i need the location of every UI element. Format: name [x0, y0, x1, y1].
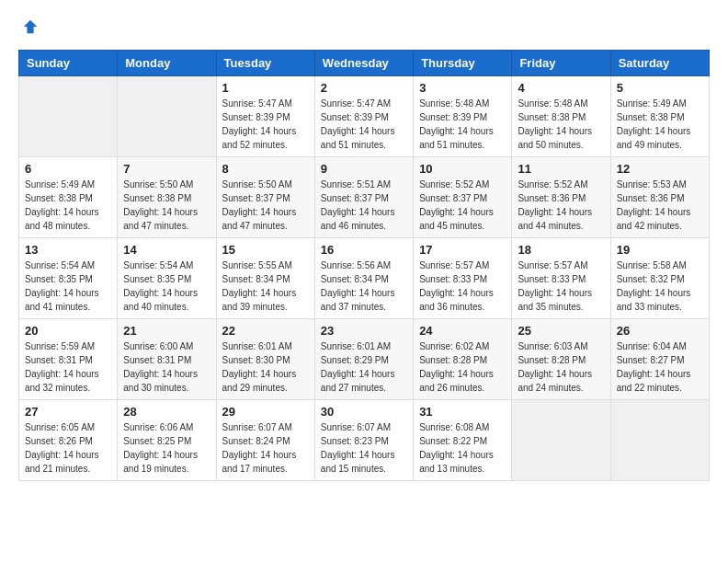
- day-info: Sunrise: 5:53 AMSunset: 8:36 PMDaylight:…: [617, 178, 703, 233]
- calendar-cell: 16Sunrise: 5:56 AMSunset: 8:34 PMDayligh…: [314, 238, 413, 319]
- calendar-cell: 11Sunrise: 5:52 AMSunset: 8:36 PMDayligh…: [512, 157, 610, 238]
- calendar-cell: 7Sunrise: 5:50 AMSunset: 8:38 PMDaylight…: [118, 157, 216, 238]
- calendar-cell: 15Sunrise: 5:55 AMSunset: 8:34 PMDayligh…: [216, 238, 314, 319]
- logo: [18, 18, 39, 35]
- calendar-cell: [512, 400, 610, 481]
- day-number: 27: [25, 405, 111, 419]
- day-number: 22: [222, 324, 309, 338]
- calendar-cell: 13Sunrise: 5:54 AMSunset: 8:35 PMDayligh…: [19, 238, 118, 319]
- day-info: Sunrise: 6:02 AMSunset: 8:28 PMDaylight:…: [419, 339, 506, 395]
- day-number: 31: [419, 405, 506, 419]
- weekday-header-friday: Friday: [512, 51, 610, 76]
- day-number: 28: [123, 405, 210, 419]
- calendar-cell: 14Sunrise: 5:54 AMSunset: 8:35 PMDayligh…: [118, 238, 216, 319]
- day-info: Sunrise: 5:54 AMSunset: 8:35 PMDaylight:…: [123, 259, 210, 314]
- calendar-cell: 12Sunrise: 5:53 AMSunset: 8:36 PMDayligh…: [610, 157, 709, 238]
- day-number: 4: [518, 81, 604, 95]
- day-info: Sunrise: 6:08 AMSunset: 8:22 PMDaylight:…: [419, 420, 506, 476]
- day-number: 19: [617, 243, 703, 257]
- calendar-cell: [610, 400, 709, 481]
- calendar-cell: 21Sunrise: 6:00 AMSunset: 8:31 PMDayligh…: [118, 319, 216, 400]
- day-number: 21: [123, 324, 210, 338]
- calendar-cell: 24Sunrise: 6:02 AMSunset: 8:28 PMDayligh…: [414, 319, 512, 400]
- day-number: 6: [25, 162, 111, 176]
- weekday-header-thursday: Thursday: [414, 51, 512, 76]
- calendar-cell: 9Sunrise: 5:51 AMSunset: 8:37 PMDaylight…: [314, 157, 413, 238]
- day-number: 29: [222, 405, 309, 419]
- logo-icon: [22, 18, 39, 35]
- day-number: 23: [321, 324, 407, 338]
- day-info: Sunrise: 6:05 AMSunset: 8:26 PMDaylight:…: [25, 420, 111, 476]
- day-number: 10: [419, 162, 506, 176]
- day-number: 9: [321, 162, 407, 176]
- calendar-week-3: 13Sunrise: 5:54 AMSunset: 8:35 PMDayligh…: [19, 238, 710, 319]
- weekday-header-wednesday: Wednesday: [314, 51, 413, 76]
- calendar-cell: 10Sunrise: 5:52 AMSunset: 8:37 PMDayligh…: [414, 157, 512, 238]
- day-number: 30: [321, 405, 407, 419]
- day-info: Sunrise: 5:54 AMSunset: 8:35 PMDaylight:…: [25, 259, 111, 314]
- day-info: Sunrise: 5:48 AMSunset: 8:38 PMDaylight:…: [518, 97, 604, 152]
- page-header: [18, 18, 710, 35]
- day-number: 16: [321, 243, 407, 257]
- day-number: 7: [123, 162, 210, 176]
- calendar-cell: 20Sunrise: 5:59 AMSunset: 8:31 PMDayligh…: [19, 319, 118, 400]
- calendar-cell: 1Sunrise: 5:47 AMSunset: 8:39 PMDaylight…: [216, 76, 314, 157]
- calendar-cell: 23Sunrise: 6:01 AMSunset: 8:29 PMDayligh…: [314, 319, 413, 400]
- calendar-cell: 25Sunrise: 6:03 AMSunset: 8:28 PMDayligh…: [512, 319, 610, 400]
- day-info: Sunrise: 5:49 AMSunset: 8:38 PMDaylight:…: [25, 178, 111, 233]
- day-info: Sunrise: 5:49 AMSunset: 8:38 PMDaylight:…: [617, 97, 703, 152]
- day-info: Sunrise: 5:51 AMSunset: 8:37 PMDaylight:…: [321, 178, 407, 233]
- calendar-cell: 8Sunrise: 5:50 AMSunset: 8:37 PMDaylight…: [216, 157, 314, 238]
- day-info: Sunrise: 6:04 AMSunset: 8:27 PMDaylight:…: [617, 339, 703, 395]
- day-number: 5: [617, 81, 703, 95]
- day-info: Sunrise: 5:58 AMSunset: 8:32 PMDaylight:…: [617, 259, 703, 314]
- day-number: 12: [617, 162, 703, 176]
- calendar-cell: [118, 76, 216, 157]
- weekday-header-tuesday: Tuesday: [216, 51, 314, 76]
- day-info: Sunrise: 6:01 AMSunset: 8:30 PMDaylight:…: [222, 339, 309, 395]
- day-number: 11: [518, 162, 604, 176]
- day-info: Sunrise: 5:50 AMSunset: 8:37 PMDaylight:…: [222, 178, 309, 233]
- calendar-cell: 2Sunrise: 5:47 AMSunset: 8:39 PMDaylight…: [314, 76, 413, 157]
- day-info: Sunrise: 5:47 AMSunset: 8:39 PMDaylight:…: [321, 97, 407, 152]
- day-info: Sunrise: 5:52 AMSunset: 8:37 PMDaylight:…: [419, 178, 506, 233]
- day-info: Sunrise: 5:59 AMSunset: 8:31 PMDaylight:…: [25, 339, 111, 395]
- day-number: 13: [25, 243, 111, 257]
- calendar-cell: 5Sunrise: 5:49 AMSunset: 8:38 PMDaylight…: [610, 76, 709, 157]
- calendar-cell: 19Sunrise: 5:58 AMSunset: 8:32 PMDayligh…: [610, 238, 709, 319]
- calendar-table: SundayMondayTuesdayWednesdayThursdayFrid…: [18, 50, 710, 481]
- calendar-cell: 3Sunrise: 5:48 AMSunset: 8:39 PMDaylight…: [414, 76, 512, 157]
- day-number: 8: [222, 162, 309, 176]
- day-number: 25: [518, 324, 604, 338]
- calendar-cell: 18Sunrise: 5:57 AMSunset: 8:33 PMDayligh…: [512, 238, 610, 319]
- calendar-cell: [19, 76, 118, 157]
- day-info: Sunrise: 6:07 AMSunset: 8:23 PMDaylight:…: [321, 420, 407, 476]
- day-info: Sunrise: 6:06 AMSunset: 8:25 PMDaylight:…: [123, 420, 210, 476]
- svg-marker-0: [24, 20, 37, 33]
- calendar-cell: 6Sunrise: 5:49 AMSunset: 8:38 PMDaylight…: [19, 157, 118, 238]
- calendar-cell: 31Sunrise: 6:08 AMSunset: 8:22 PMDayligh…: [414, 400, 512, 481]
- day-info: Sunrise: 6:00 AMSunset: 8:31 PMDaylight:…: [123, 339, 210, 395]
- day-number: 18: [518, 243, 604, 257]
- day-info: Sunrise: 5:56 AMSunset: 8:34 PMDaylight:…: [321, 259, 407, 314]
- calendar-cell: 30Sunrise: 6:07 AMSunset: 8:23 PMDayligh…: [314, 400, 413, 481]
- calendar-cell: 28Sunrise: 6:06 AMSunset: 8:25 PMDayligh…: [118, 400, 216, 481]
- weekday-header-row: SundayMondayTuesdayWednesdayThursdayFrid…: [19, 51, 710, 76]
- day-info: Sunrise: 6:07 AMSunset: 8:24 PMDaylight:…: [222, 420, 309, 476]
- calendar-week-1: 1Sunrise: 5:47 AMSunset: 8:39 PMDaylight…: [19, 76, 710, 157]
- weekday-header-sunday: Sunday: [19, 51, 118, 76]
- calendar-cell: 4Sunrise: 5:48 AMSunset: 8:38 PMDaylight…: [512, 76, 610, 157]
- day-number: 24: [419, 324, 506, 338]
- day-info: Sunrise: 5:57 AMSunset: 8:33 PMDaylight:…: [518, 259, 604, 314]
- day-number: 15: [222, 243, 309, 257]
- day-info: Sunrise: 5:47 AMSunset: 8:39 PMDaylight:…: [222, 97, 309, 152]
- calendar-week-2: 6Sunrise: 5:49 AMSunset: 8:38 PMDaylight…: [19, 157, 710, 238]
- calendar-cell: 17Sunrise: 5:57 AMSunset: 8:33 PMDayligh…: [414, 238, 512, 319]
- day-number: 17: [419, 243, 506, 257]
- calendar-cell: 22Sunrise: 6:01 AMSunset: 8:30 PMDayligh…: [216, 319, 314, 400]
- day-number: 2: [321, 81, 407, 95]
- calendar-cell: 27Sunrise: 6:05 AMSunset: 8:26 PMDayligh…: [19, 400, 118, 481]
- calendar-week-4: 20Sunrise: 5:59 AMSunset: 8:31 PMDayligh…: [19, 319, 710, 400]
- day-info: Sunrise: 5:48 AMSunset: 8:39 PMDaylight:…: [419, 97, 506, 152]
- day-number: 1: [222, 81, 309, 95]
